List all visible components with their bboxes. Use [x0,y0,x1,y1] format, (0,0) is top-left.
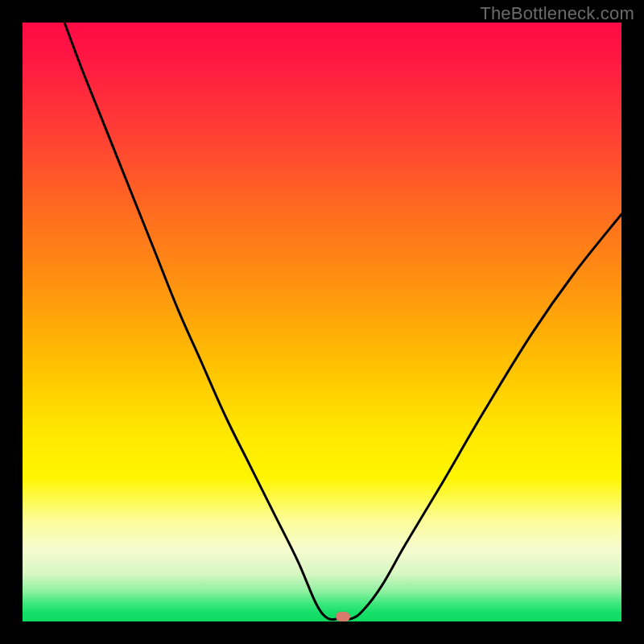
chart-frame: TheBottleneck.com [0,0,644,644]
curve-svg [23,23,621,621]
plot-area [23,23,621,621]
watermark-text: TheBottleneck.com [480,3,634,24]
minimum-marker [336,612,350,621]
bottleneck-curve [64,23,621,620]
